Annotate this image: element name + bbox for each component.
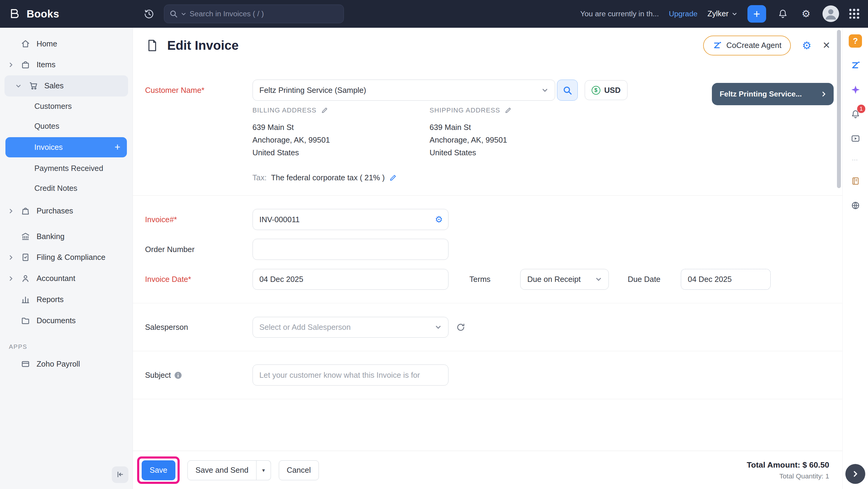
sidebar-item-purchases[interactable]: Purchases <box>0 201 133 222</box>
refresh-salesperson-icon[interactable] <box>456 323 465 332</box>
sidebar-item-accountant[interactable]: Accountant <box>0 268 133 289</box>
close-icon[interactable]: ✕ <box>823 40 830 51</box>
org-switcher[interactable]: Zylker <box>707 9 737 18</box>
settings-gear-icon[interactable]: ⚙ <box>799 7 812 21</box>
vertical-scrollbar[interactable] <box>837 30 841 188</box>
edit-tax-pencil-icon[interactable] <box>389 174 397 182</box>
save-and-send-button[interactable]: Save and Send <box>187 460 256 480</box>
sidebar-item-documents[interactable]: Documents <box>0 310 133 331</box>
salesperson-select[interactable]: Select or Add Salesperson <box>253 317 448 338</box>
filing-compliance-icon <box>20 252 31 263</box>
app-window: Books You are currently in th... Upgrade… <box>0 0 868 489</box>
currency-code: USD <box>604 86 621 95</box>
brand[interactable]: Books <box>0 8 133 20</box>
right-utility-rail: ? 1 ⋯ <box>842 28 868 489</box>
sidebar-label: Purchases <box>36 207 73 215</box>
user-avatar[interactable] <box>823 5 839 22</box>
sidebar-label: Filing & Compliance <box>36 253 105 262</box>
search-input[interactable] <box>190 10 338 18</box>
global-search[interactable] <box>164 4 344 23</box>
chevron-down-icon <box>541 87 548 93</box>
sidebar-item-invoices[interactable]: Invoices + <box>5 137 127 157</box>
sidebar-item-customers[interactable]: Customers <box>0 96 133 116</box>
notifications-bell-icon[interactable] <box>776 7 789 21</box>
sidebar-item-sales[interactable]: Sales <box>8 75 127 96</box>
order-number-label: Order Number <box>145 245 252 254</box>
video-tutorials-icon[interactable] <box>849 132 862 145</box>
save-and-send-split-button: Save and Send ▾ <box>187 460 271 480</box>
items-icon <box>20 59 31 70</box>
help-icon[interactable]: ? <box>849 34 862 48</box>
invoice-number-settings-gear-icon[interactable]: ⚙ <box>435 214 443 224</box>
home-icon <box>20 38 31 50</box>
customer-select[interactable]: Feltz Printing Service (Sample) <box>253 80 555 101</box>
sidebar-item-zoho-payroll[interactable]: Zoho Payroll <box>0 354 133 375</box>
sidebar-item-items[interactable]: Items <box>0 54 133 75</box>
sidebar-label: Documents <box>36 316 76 325</box>
subject-input[interactable] <box>253 365 448 386</box>
search-icon <box>563 86 572 95</box>
sidebar-label: Zoho Payroll <box>36 360 80 368</box>
knowledge-base-book-icon[interactable] <box>849 175 862 188</box>
topbar: Books You are currently in th... Upgrade… <box>0 0 868 28</box>
section-divider <box>133 195 843 196</box>
edit-billing-pencil-icon[interactable] <box>321 107 328 114</box>
salesperson-placeholder: Select or Add Salesperson <box>259 323 351 332</box>
brand-title: Books <box>27 8 59 20</box>
rail-divider: ⋯ <box>852 156 859 163</box>
footer-action-bar: Save Save and Send ▾ Cancel Total Amount… <box>133 451 843 489</box>
billing-line-2: Anchorage, AK, 99501 <box>253 133 391 146</box>
sidebar-item-home[interactable]: Home <box>0 33 133 54</box>
chevron-right-icon <box>8 62 14 68</box>
chevron-right-icon <box>8 254 14 261</box>
tax-row: Tax: The federal corporate tax ( 21% ) <box>253 173 830 182</box>
expand-panel-fab[interactable] <box>845 464 865 484</box>
invoice-doc-icon <box>145 38 159 53</box>
cancel-button[interactable]: Cancel <box>279 460 319 480</box>
sidebar-item-filing-compliance[interactable]: Filing & Compliance <box>0 247 133 268</box>
invoice-date-input[interactable] <box>253 269 448 290</box>
web-globe-icon[interactable] <box>849 199 862 212</box>
customer-value: Feltz Printing Service (Sample) <box>259 86 366 95</box>
sidebar-item-credit-notes[interactable]: Credit Notes <box>0 178 133 198</box>
cocreate-agent-button[interactable]: CoCreate Agent <box>703 36 791 56</box>
sidebar-label: Banking <box>36 232 64 241</box>
apps-section-header: APPS <box>9 343 132 350</box>
save-and-send-caret-icon[interactable]: ▾ <box>256 460 271 480</box>
search-scope-chevron-icon[interactable] <box>181 11 186 17</box>
recent-history-icon[interactable] <box>141 5 157 22</box>
due-date-input[interactable] <box>681 269 771 290</box>
topbar-actions: You are currently in th... Upgrade Zylke… <box>580 5 868 23</box>
save-button[interactable]: Save <box>142 460 176 480</box>
currency-selector[interactable]: $ USD <box>585 80 628 100</box>
edit-shipping-pencil-icon[interactable] <box>504 107 512 114</box>
sidebar-item-quotes[interactable]: Quotes <box>0 116 133 136</box>
collapse-sidebar-icon[interactable] <box>112 466 128 483</box>
customer-search-button[interactable] <box>557 80 578 101</box>
invoice-form: Customer Name* Feltz Printing Service (S… <box>133 63 843 451</box>
announcements-bell-icon[interactable]: 1 <box>849 107 862 121</box>
quick-create-button[interactable]: + <box>747 5 766 23</box>
sparkle-icon[interactable] <box>849 83 862 96</box>
apps-grid-icon[interactable] <box>849 9 859 19</box>
sidebar-item-reports[interactable]: Reports <box>0 289 133 310</box>
sidebar-item-banking[interactable]: Banking <box>0 226 133 247</box>
zia-insights-icon[interactable] <box>849 59 862 72</box>
terms-select[interactable]: Due on Receipt <box>520 269 609 290</box>
invoice-number-label: Invoice#* <box>145 215 252 224</box>
invoice-number-input[interactable] <box>253 209 448 230</box>
sidebar-item-payments-received[interactable]: Payments Received <box>0 158 133 178</box>
info-icon <box>174 371 182 379</box>
shipping-address: SHIPPING ADDRESS 639 Main St Anchorage, … <box>430 106 568 159</box>
billing-line-1: 639 Main St <box>253 121 391 133</box>
invoice-date-label: Invoice Date* <box>145 275 252 284</box>
page-title: Edit Invoice <box>167 38 239 53</box>
add-invoice-icon[interactable]: + <box>115 142 120 153</box>
invoice-settings-gear-icon[interactable]: ⚙ <box>802 39 811 52</box>
sidebar-label: Items <box>36 60 56 69</box>
upgrade-link[interactable]: Upgrade <box>669 10 698 18</box>
billing-address: BILLING ADDRESS 639 Main St Anchorage, A… <box>253 106 391 159</box>
order-number-input[interactable] <box>253 239 448 260</box>
billing-address-heading: BILLING ADDRESS <box>253 106 316 114</box>
contact-details-panel-tab[interactable]: Feltz Printing Service... <box>712 83 834 105</box>
